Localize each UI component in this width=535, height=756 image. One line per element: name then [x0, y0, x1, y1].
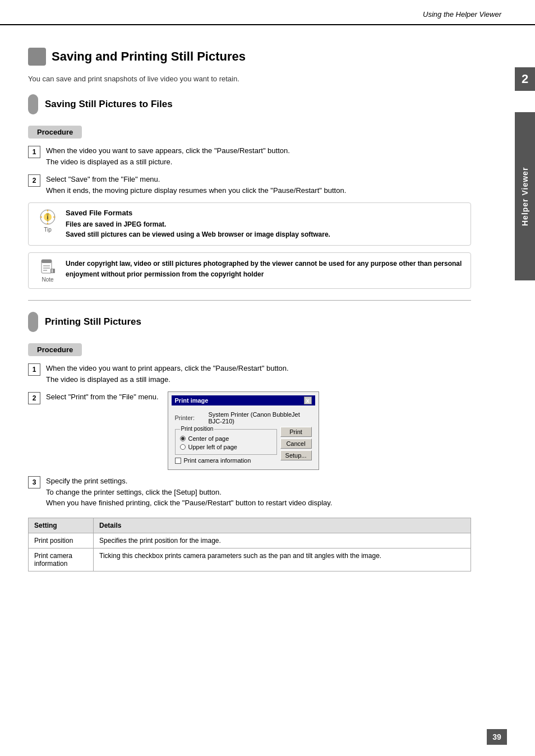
- table-row: Print camerainformation Ticking this che…: [29, 548, 471, 571]
- section2-bullet: [28, 312, 38, 332]
- section1-bullet: [28, 94, 38, 114]
- svg-rect-15: [50, 269, 55, 273]
- dialog-setup-button[interactable]: Setup...: [280, 450, 312, 460]
- print-step-num-2: 2: [28, 392, 40, 404]
- radio-center-circle[interactable]: [180, 436, 186, 441]
- tip-box: i Tip Saved File Formats Files are saved…: [28, 202, 471, 246]
- print-camera-checkbox[interactable]: [175, 458, 181, 464]
- tip-label: Tip: [44, 227, 52, 233]
- table-row2-details: Ticking this checkbox prints camera para…: [94, 548, 471, 571]
- print-step-num-1: 1: [28, 363, 40, 376]
- tip-body: Files are saved in JPEG format. Saved st…: [66, 219, 463, 239]
- note-content: Under copyright law, video or still pict…: [66, 259, 463, 280]
- section2-step3: 3 Specify the print settings. To change …: [28, 476, 471, 509]
- page-container: Using the Helper Viewer 2 Helper Viewer …: [0, 0, 535, 756]
- radio-upper-left: Upper left of page: [180, 444, 272, 450]
- note-label: Note: [41, 276, 53, 283]
- page-title-section: Saving and Printing Still Pictures: [28, 48, 471, 66]
- print-step2-text: Select "Print" from the "File" menu.: [46, 391, 159, 403]
- note-icon-area: Note: [36, 259, 59, 283]
- radio-center: Center of page: [180, 435, 272, 442]
- table-header-setting: Setting: [29, 518, 94, 533]
- svg-rect-11: [41, 260, 52, 263]
- title-icon: [28, 48, 46, 66]
- page-header: Using the Helper Viewer: [0, 0, 535, 25]
- radio-upper-left-circle[interactable]: [180, 444, 186, 450]
- print-dialog: Print image x Printer: System Printer (C…: [168, 391, 319, 470]
- section2-title: Printing Still Pictures: [45, 316, 141, 328]
- table-row1-details: Specifies the print position for the ima…: [94, 533, 471, 548]
- dialog-cancel-button[interactable]: Cancel: [280, 439, 312, 449]
- dialog-checkbox-row: Print camera information: [175, 457, 277, 464]
- tip-title: Saved File Formats: [66, 209, 463, 217]
- dialog-printer-row: Printer: System Printer (Canon BubbleJet…: [175, 411, 312, 425]
- page-subtitle: You can save and print snapshots of live…: [28, 75, 471, 83]
- chapter-number: 2: [515, 67, 535, 91]
- section2-header: Printing Still Pictures: [28, 312, 471, 332]
- dialog-content-area: Print position Center of page: [175, 427, 312, 464]
- page-title: Saving and Printing Still Pictures: [52, 49, 246, 64]
- section1-title: Saving Still Pictures to Files: [45, 99, 173, 110]
- dialog-left-col: Print position Center of page: [175, 427, 277, 464]
- svg-text:i: i: [47, 214, 49, 220]
- note-box: Note Under copyright law, video or still…: [28, 252, 471, 289]
- section-divider: [28, 300, 471, 301]
- tip-icon-area: i Tip: [36, 209, 59, 233]
- table-header-details: Details: [94, 518, 471, 533]
- tip-content: Saved File Formats Files are saved in JP…: [66, 209, 463, 239]
- print-dialog-image: Print image x Printer: System Printer (C…: [168, 391, 319, 470]
- section1-step2: 2 Select "Save" from the "File" menu. Wh…: [28, 174, 471, 196]
- tip-line2: Saved still pictures can be viewed using…: [66, 229, 463, 239]
- settings-table: Setting Details Print position Specifies…: [28, 518, 471, 571]
- print-step3-text: Specify the print settings. To change th…: [46, 476, 471, 509]
- table-row2-setting: Print camerainformation: [29, 548, 94, 571]
- dialog-printer-label: Printer:: [175, 414, 209, 421]
- section2-procedure-label: Procedure: [28, 343, 82, 356]
- page-number: 39: [487, 729, 507, 745]
- print-step1-text: When the video you want to print appears…: [46, 363, 471, 385]
- section2-step2-row: 2 Select "Print" from the "File" menu. P…: [28, 391, 471, 470]
- dialog-title: Print image x: [172, 395, 315, 405]
- step-num-1: 1: [28, 146, 40, 158]
- tip-icon: i: [39, 209, 56, 225]
- section2-step2-left: 2 Select "Print" from the "File" menu.: [28, 391, 159, 464]
- side-tab: Helper Viewer: [515, 112, 535, 280]
- header-title: Using the Helper Viewer: [423, 10, 501, 19]
- dialog-body: Printer: System Printer (Canon BubbleJet…: [172, 409, 315, 466]
- section1-step1: 1 When the video you want to save appear…: [28, 145, 471, 167]
- print-step-num-3: 3: [28, 476, 40, 488]
- dialog-close-button[interactable]: x: [304, 397, 312, 404]
- dialog-buttons: Print Cancel Setup...: [280, 427, 312, 464]
- table-row: Print position Specifies the print posit…: [29, 533, 471, 548]
- step-num-2: 2: [28, 174, 40, 187]
- table-row1-setting: Print position: [29, 533, 94, 548]
- dialog-printer-value: System Printer (Canon BubbleJet BJC-210): [209, 411, 312, 425]
- step2-text: Select "Save" from the "File" menu. When…: [46, 174, 471, 196]
- dialog-print-button[interactable]: Print: [280, 427, 312, 437]
- dialog-group-title: Print position: [180, 426, 215, 432]
- note-icon: [39, 259, 56, 275]
- main-content: Saving and Printing Still Pictures You c…: [0, 25, 505, 583]
- svg-point-17: [52, 269, 53, 270]
- section1-procedure-label: Procedure: [28, 126, 82, 139]
- dialog-radios: Center of page Upper left of page: [180, 435, 272, 450]
- step1-text: When the video you want to save appears,…: [46, 145, 471, 167]
- tip-line1: Files are saved in JPEG format.: [66, 219, 463, 229]
- dialog-print-position-group: Print position Center of page: [175, 429, 277, 455]
- section2-step1: 1 When the video you want to print appea…: [28, 363, 471, 385]
- section1-header: Saving Still Pictures to Files: [28, 94, 471, 114]
- radio-center-fill: [181, 437, 185, 440]
